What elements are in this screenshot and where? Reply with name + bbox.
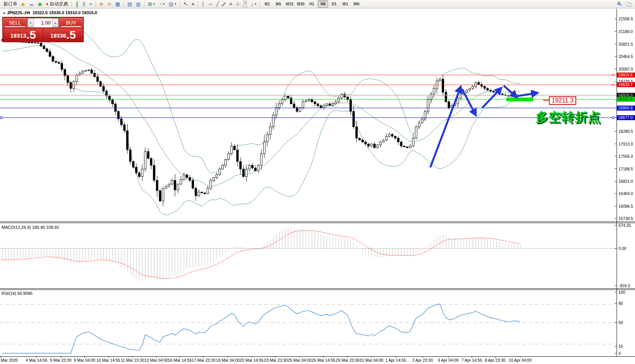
- market-watch-icon[interactable]: ◆: [19, 0, 27, 8]
- tab-timeframe-w1[interactable]: W1: [340, 0, 350, 8]
- templates-button[interactable]: ▧▾: [167, 0, 178, 8]
- zoom-out-button[interactable]: ⊖: [105, 0, 113, 8]
- text-tool[interactable]: A: [234, 0, 241, 8]
- candle-body: [43, 46, 45, 49]
- cascade-windows-button[interactable]: ▤: [125, 0, 134, 8]
- indicators-icon: ⊞: [148, 1, 152, 7]
- candle-body: [371, 144, 373, 146]
- candle-body: [133, 162, 134, 167]
- periods-button[interactable]: ◔▾: [157, 0, 167, 8]
- volume-decrease-button[interactable]: ▼: [28, 18, 34, 27]
- sell-price-display[interactable]: 19313.5: [3, 28, 43, 41]
- arrows-tool[interactable]: ↕▾: [249, 0, 258, 8]
- fibonacci-tool[interactable]: ≡: [227, 0, 234, 8]
- new-order-button[interactable]: 新订单: [2, 0, 19, 8]
- cursor-tool-button[interactable]: ↖: [182, 0, 190, 8]
- candlestick-chart-button[interactable]: [81, 0, 87, 8]
- candle-body: [147, 152, 149, 159]
- line-handle[interactable]: [612, 74, 614, 76]
- search-button[interactable]: [615, 0, 624, 8]
- text-label-tool[interactable]: T: [241, 0, 249, 8]
- line-handle[interactable]: [612, 84, 614, 86]
- auto-trading-label: 自动交易: [50, 1, 68, 7]
- buy-button[interactable]: BUY: [60, 18, 83, 28]
- one-click-trading-panel: SELL ▼ 1.00 ▲ BUY 19313.5 19336.5: [2, 17, 84, 42]
- y-axis-tick-label: 20821.5: [618, 42, 633, 46]
- spin-up-icon: ▲: [54, 22, 57, 24]
- rsi-axis-tick-label: 80: [618, 301, 623, 306]
- tab-timeframe-mn[interactable]: MN: [351, 0, 361, 8]
- x-axis-date-label: 26 Mar 14:55: [312, 358, 335, 362]
- candle-body: [415, 127, 417, 138]
- x-axis-date-label: 4 Mar 14:55: [26, 358, 47, 362]
- candle-body: [320, 106, 322, 108]
- candle-body: [195, 188, 197, 196]
- line-chart-button[interactable]: ≈: [87, 0, 94, 8]
- indicators-button[interactable]: ⊞▾: [146, 0, 157, 8]
- line-handle[interactable]: [612, 117, 614, 119]
- tab-timeframe-m5[interactable]: M5: [273, 0, 284, 8]
- candle-body: [391, 134, 393, 136]
- candle-body: [356, 127, 358, 138]
- price-line-label: 19919.6: [617, 73, 635, 78]
- tab-timeframe-m30[interactable]: M30: [295, 0, 306, 8]
- x-axis-date-label: 19 Mar 04:00: [216, 358, 240, 362]
- auto-trading-button[interactable]: ● 自动交易: [44, 0, 70, 8]
- candle-body: [156, 180, 158, 191]
- candle-body: [237, 150, 239, 161]
- chat-button[interactable]: [624, 0, 633, 8]
- timeframe-bar: M1M5M15M30H1H4D1W1MN: [262, 0, 362, 8]
- buy-price-display[interactable]: 19336.5: [43, 28, 83, 41]
- candle-body: [242, 169, 244, 177]
- candle-body: [28, 42, 30, 43]
- candle-body: [260, 154, 262, 165]
- candle-body: [383, 140, 385, 142]
- trend-arrow[interactable]: [462, 89, 476, 115]
- volume-input[interactable]: 1.00: [34, 18, 52, 27]
- tab-timeframe-m1[interactable]: M1: [262, 0, 272, 8]
- crosshair-tool-button[interactable]: +: [190, 0, 197, 8]
- tab-timeframe-m15[interactable]: M15: [284, 0, 295, 8]
- candle-body: [34, 43, 36, 43]
- candle-body: [189, 177, 191, 180]
- channel-tool[interactable]: ∥: [221, 0, 227, 8]
- volume-increase-button[interactable]: ▲: [52, 18, 58, 27]
- candle-body: [442, 79, 444, 92]
- candle-body: [332, 104, 334, 106]
- channel-icon: ∥: [221, 1, 227, 7]
- cursor-icon: ↖: [184, 1, 188, 7]
- candle-body: [123, 125, 125, 131]
- tab-timeframe-h4[interactable]: H4: [318, 0, 328, 8]
- tab-timeframe-d1[interactable]: D1: [329, 0, 339, 8]
- candle-body: [314, 102, 316, 104]
- candle-body: [225, 159, 227, 165]
- signals-icon[interactable]: ◉: [36, 0, 44, 8]
- horizontal-line-tool[interactable]: ─: [207, 0, 214, 8]
- candle-body: [308, 100, 310, 101]
- vertical-line-tool[interactable]: │: [200, 0, 207, 8]
- sell-button[interactable]: SELL: [3, 18, 27, 28]
- candle-body: [338, 98, 340, 102]
- terminal-icon[interactable]: ☁: [27, 0, 36, 8]
- bar-chart-button[interactable]: ║: [73, 0, 81, 8]
- support-zone-rect[interactable]: [506, 98, 533, 101]
- candle-body: [222, 165, 224, 169]
- candle-body: [129, 150, 131, 161]
- price-callout[interactable]: 19211.3: [549, 96, 576, 105]
- candle-body: [293, 104, 295, 108]
- tab-timeframe-h1[interactable]: H1: [307, 0, 317, 8]
- x-axis-date-label: Mar 2020: [1, 358, 18, 362]
- arrange-windows-button[interactable]: ▥: [134, 0, 143, 8]
- line-handle[interactable]: [0, 117, 2, 119]
- y-axis-tick-label: 21189.0: [618, 29, 633, 34]
- line-chart-icon: ≈: [89, 1, 92, 7]
- candle-body: [37, 43, 39, 43]
- candle-body: [67, 76, 69, 83]
- trendline-tool[interactable]: ╱: [214, 0, 221, 8]
- price-line-label: 19211.3: [617, 97, 635, 102]
- annotation-text[interactable]: 多空转折点: [536, 109, 601, 126]
- zoom-in-button[interactable]: ⊕: [97, 0, 105, 8]
- bb-lower-band: [2, 46, 521, 215]
- x-axis-date-label: 10 Mar 14:55: [96, 358, 120, 362]
- tile-windows-button[interactable]: ▦: [113, 0, 122, 8]
